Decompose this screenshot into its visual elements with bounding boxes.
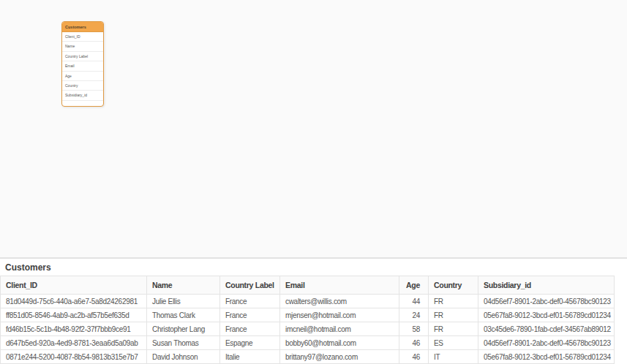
card-field-list: Client_IDNameCountry LabelEmailAgeCountr… [62, 32, 103, 101]
table-cell: 04d56ef7-8901-2abc-def0-45678bc90123 [478, 295, 615, 308]
model-canvas[interactable]: Customers Client_IDNameCountry LabelEmai… [0, 0, 627, 257]
table-cell: Christopher Lang [147, 322, 220, 336]
table-cell: France [220, 308, 280, 322]
column-header: Subsidiary_id [478, 276, 615, 295]
column-header: Email [280, 276, 399, 295]
table-cell: cwalters@willis.com [280, 295, 399, 308]
table-cell: 03c45de6-7890-1fab-cdef-34567ab89012 [478, 322, 615, 336]
table-cell: mjensen@hotmail.com [280, 308, 399, 322]
table-cell: 05e67fa8-9012-3bcd-ef01-56789cd01234 [478, 350, 615, 364]
card-field[interactable]: Age [62, 72, 103, 81]
table-row: fd46b15c-5c1b-4b48-92f2-37f7bbb9ce91Chri… [1, 322, 615, 336]
preview-panel: Customers Client_IDNameCountry LabelEmai… [0, 259, 627, 364]
table-cell: France [220, 295, 280, 308]
table-cell: brittany97@lozano.com [280, 350, 399, 364]
card-field[interactable]: Country [62, 81, 103, 91]
table-cell: FR [429, 308, 478, 322]
column-header: Name [147, 276, 220, 295]
card-field[interactable]: Client_ID [62, 32, 103, 42]
preview-table: Client_IDNameCountry LabelEmailAgeCountr… [0, 276, 615, 364]
table-cell: 46 [399, 350, 429, 364]
table-cell: 58 [399, 322, 429, 336]
table-cell: imcneil@hotmail.com [280, 322, 399, 336]
table-cell: 46 [399, 336, 429, 350]
preview-table-body: 81d0449d-75c6-440a-a6e7-5a8d24262981Juli… [1, 295, 615, 364]
table-cell: 05e67fa8-9012-3bcd-ef01-56789cd01234 [478, 308, 615, 322]
preview-header-row: Client_IDNameCountry LabelEmailAgeCountr… [1, 276, 615, 295]
table-cell: 24 [399, 308, 429, 322]
table-cell: IT [429, 350, 478, 364]
table-row: d647b5ed-920a-4ed9-8781-3eaa6d5a09abSusa… [1, 336, 615, 350]
column-header: Country [429, 276, 478, 295]
card-field[interactable]: Subsidiary_id [62, 91, 103, 100]
column-header: Client_ID [1, 276, 147, 295]
table-cell: Julie Ellis [147, 295, 220, 308]
table-cell: ff851d05-8546-4ab9-ac2b-af57b5ef635d [1, 308, 147, 322]
table-cell: bobby60@hotmail.com [280, 336, 399, 350]
table-card-header[interactable]: Customers [62, 22, 103, 32]
card-field[interactable]: Name [62, 42, 103, 51]
table-cell: David Johnson [147, 350, 220, 364]
column-header: Country Label [220, 276, 280, 295]
table-cell: France [220, 322, 280, 336]
table-cell: d647b5ed-920a-4ed9-8781-3eaa6d5a09ab [1, 336, 147, 350]
preview-title: Customers [5, 262, 51, 273]
card-field[interactable]: Country Label [62, 52, 103, 61]
table-cell: Italie [220, 350, 280, 364]
card-field[interactable]: Email [62, 61, 103, 71]
table-cell: FR [429, 295, 478, 308]
table-cell: 44 [399, 295, 429, 308]
table-cell: Thomas Clark [147, 308, 220, 322]
table-cell: ES [429, 336, 478, 350]
table-cell: FR [429, 322, 478, 336]
table-row: 81d0449d-75c6-440a-a6e7-5a8d24262981Juli… [1, 295, 615, 308]
table-cell: 0871e244-5200-4087-8b54-9813b315e7b7 [1, 350, 147, 364]
table-cell: 81d0449d-75c6-440a-a6e7-5a8d24262981 [1, 295, 147, 308]
table-row: 0871e244-5200-4087-8b54-9813b315e7b7Davi… [1, 350, 615, 364]
table-cell: 04d56ef7-8901-2abc-def0-45678bc90123 [478, 336, 615, 350]
table-cell: Espagne [220, 336, 280, 350]
table-card-customers[interactable]: Customers Client_IDNameCountry LabelEmai… [61, 21, 104, 107]
table-cell: fd46b15c-5c1b-4b48-92f2-37f7bbb9ce91 [1, 322, 147, 336]
table-row: ff851d05-8546-4ab9-ac2b-af57b5ef635dThom… [1, 308, 615, 322]
column-header: Age [399, 276, 429, 295]
table-cell: Susan Thomas [147, 336, 220, 350]
